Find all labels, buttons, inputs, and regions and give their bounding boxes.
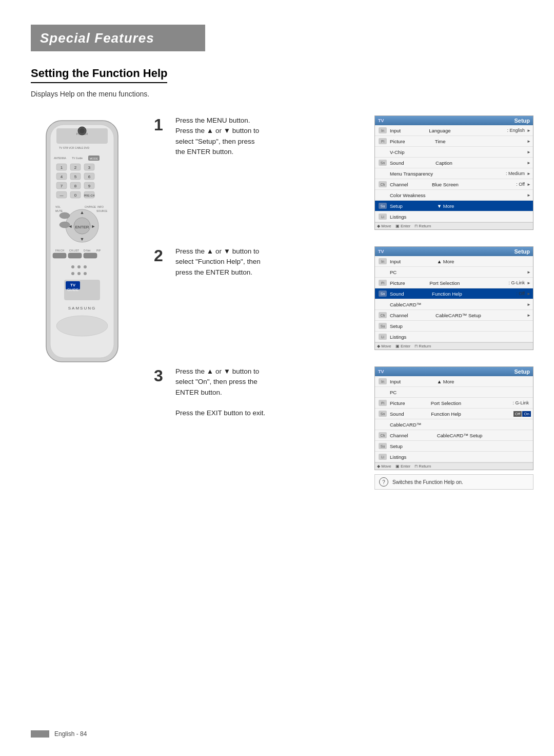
- svg-point-57: [77, 265, 81, 268]
- step-2-text: Press the ▲ or ▼ button to select "Funct…: [175, 246, 367, 278]
- screen-2: TV Setup In Input ▲ More PC ► Pi Picture…: [374, 246, 533, 350]
- off-label: Off: [513, 411, 522, 417]
- screen-1-tv: TV: [378, 118, 384, 123]
- menu-row-listings3: Li Listings: [375, 452, 533, 462]
- section-title: Setting the Function Help: [31, 67, 167, 83]
- step-1-content: Press the MENU button. Press the ▲ or ▼ …: [175, 115, 367, 160]
- menu-icon-setup3: Su: [377, 442, 388, 450]
- menu-icon-picture: Pi: [377, 137, 388, 145]
- menu-icon-listings3: Li: [377, 453, 388, 461]
- svg-text:6: 6: [88, 175, 91, 179]
- menu-icon-channel2: Ch: [377, 311, 388, 319]
- svg-text:CH.LIST: CH.LIST: [69, 249, 79, 252]
- menu-icon-input2: In: [377, 257, 388, 265]
- screen-2-setup: Setup: [514, 248, 530, 255]
- svg-text:TV  STB  VCR  CABLE  DVD: TV STB VCR CABLE DVD: [59, 146, 90, 149]
- menu-icon-empty: [377, 148, 388, 156]
- menu-row-highlighted: Su Setup ▼ More: [375, 201, 533, 211]
- menu-row: In Input ▲ More: [375, 256, 533, 267]
- menu-icon-empty4: [377, 268, 388, 276]
- menu-icon-sound3: Sn: [377, 410, 388, 418]
- menu-icon-setup: Su: [377, 202, 388, 210]
- svg-text:0: 0: [74, 193, 77, 198]
- menu-icon-empty6: [377, 388, 388, 396]
- section-description: Displays Help on the menu functions.: [31, 90, 149, 98]
- svg-text:PIP: PIP: [96, 249, 101, 252]
- menu-icon-listings: Li: [377, 212, 388, 221]
- screen-2-header: TV Setup: [375, 247, 533, 256]
- menu-icon-empty2: [377, 169, 388, 178]
- help-note: ? Switches the Function Help on.: [374, 474, 533, 490]
- screen-3-body: In Input ▲ More PC Pi Picture Port Selec…: [375, 376, 533, 462]
- svg-point-56: [71, 265, 74, 268]
- menu-icon-setup2: Su: [377, 322, 388, 330]
- svg-point-59: [71, 272, 74, 275]
- menu-row: Su Setup: [375, 321, 533, 332]
- screen-3-tv: TV: [378, 369, 384, 374]
- menu-row-listings: Li Listings: [375, 211, 533, 222]
- page-title: Special Features: [40, 30, 154, 46]
- menu-row-listings2: Li Listings: [375, 332, 533, 342]
- svg-text:MUTE: MUTE: [55, 209, 63, 212]
- menu-icon-empty5: [377, 300, 388, 308]
- svg-point-46: [60, 212, 70, 219]
- svg-text:SAMSUNG: SAMSUNG: [68, 306, 96, 311]
- screen-1-body: In Input Language : English ► Pi Picture…: [375, 125, 533, 222]
- svg-rect-53: [53, 253, 66, 258]
- menu-icon-channel3: Ch: [377, 431, 388, 439]
- menu-icon-sound: Sn: [377, 159, 388, 167]
- svg-text:PRE-CH: PRE-CH: [84, 194, 94, 197]
- screen-1: TV Setup In Input Language : English ► P…: [374, 115, 533, 230]
- menu-row: PC ►: [375, 267, 533, 278]
- svg-text:D-Net: D-Net: [84, 249, 91, 252]
- menu-icon-picture2: Pi: [377, 279, 388, 287]
- on-label: On: [522, 411, 531, 417]
- menu-row: Ch Channel Blue Screen : Off ►: [375, 179, 533, 190]
- help-icon: ?: [379, 477, 388, 487]
- menu-row: Sn Sound Caption ►: [375, 158, 533, 168]
- menu-row: V-Chip ►: [375, 147, 533, 158]
- svg-text:▼: ▼: [80, 237, 85, 242]
- menu-icon-input3: In: [377, 377, 388, 385]
- svg-text:5: 5: [74, 175, 77, 179]
- menu-row: CableCARD™ ►: [375, 299, 533, 310]
- svg-rect-66: [82, 286, 97, 291]
- svg-point-5: [80, 128, 85, 133]
- menu-row: Sn Sound Function Help Off On: [375, 409, 533, 419]
- menu-icon-empty3: [377, 191, 388, 199]
- step-3-number: 3: [154, 367, 168, 384]
- menu-row: In Input ▲ More: [375, 376, 533, 387]
- screen-2-tv: TV: [378, 249, 384, 254]
- step-3-text: Press the ▲ or ▼ button to select "On", …: [175, 366, 367, 418]
- menu-row: Ch Channel CableCARD™ Setup ►: [375, 310, 533, 321]
- screen-3-container: TV Setup In Input ▲ More PC Pi P: [374, 366, 533, 490]
- screen-1-setup: Setup: [514, 118, 530, 124]
- menu-row: In Input Language : English ►: [375, 125, 533, 136]
- menu-icon-channel: Ch: [377, 180, 388, 188]
- page-footer: English - 84: [31, 730, 87, 738]
- menu-row: Color Weakness ►: [375, 190, 533, 201]
- svg-text:ENTER: ENTER: [75, 225, 89, 229]
- svg-text:7: 7: [61, 184, 63, 188]
- menu-row: Pi Picture Port Selection : G-Link: [375, 398, 533, 409]
- svg-text:FAV.CH: FAV.CH: [55, 249, 65, 252]
- svg-text:2: 2: [74, 165, 77, 170]
- remote-control: POWER TV STB VCR CABLE DVD ANTENNA TV Gu…: [31, 115, 138, 382]
- svg-text:INFO: INFO: [97, 205, 104, 208]
- screen-3-footer: ◆ Move ▣ Enter ⊓ Return: [375, 462, 533, 470]
- remote-svg: POWER TV STB VCR CABLE DVD ANTENNA TV Gu…: [31, 115, 133, 377]
- svg-text:9: 9: [88, 184, 91, 188]
- svg-rect-55: [84, 253, 97, 258]
- screen-3-header: TV Setup: [375, 367, 533, 376]
- menu-row: Menu Transparency : Medium ►: [375, 168, 533, 179]
- step-1-number: 1: [154, 117, 168, 133]
- step-2-number: 2: [154, 247, 168, 264]
- svg-point-60: [77, 272, 81, 275]
- svg-point-61: [84, 272, 87, 275]
- step-1: 1 Press the MENU button. Press the ▲ or …: [154, 115, 533, 230]
- footer-bar: [31, 730, 49, 738]
- menu-icon-picture3: Pi: [377, 399, 388, 407]
- svg-text:3: 3: [88, 165, 91, 170]
- svg-text:MODE: MODE: [90, 157, 98, 160]
- step-1-text: Press the MENU button. Press the ▲ or ▼ …: [175, 115, 367, 157]
